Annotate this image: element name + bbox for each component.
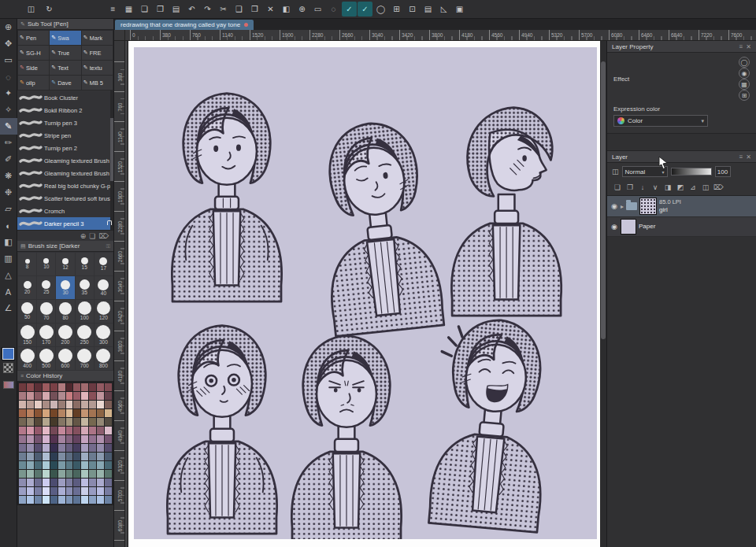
brush-list-item[interactable]: Scatter textured soft brush [17, 192, 113, 205]
color-swatch[interactable] [43, 409, 50, 417]
brush-size-option[interactable]: 120 [94, 300, 113, 323]
color-swatch[interactable] [50, 409, 57, 417]
brush-list-item[interactable]: Bokil Ribbon 2 [17, 104, 113, 116]
color-swatch[interactable] [50, 392, 57, 400]
color-swatch[interactable] [27, 401, 34, 408]
brush-size-option[interactable]: 800 [94, 347, 113, 370]
color-swatch[interactable] [81, 479, 88, 486]
color-swatch[interactable] [105, 461, 112, 469]
color-swatch[interactable] [58, 427, 65, 434]
new-file-icon[interactable]: ❏ [137, 2, 152, 17]
color-swatch[interactable] [27, 444, 34, 452]
color-swatch[interactable] [35, 444, 42, 452]
color-swatch[interactable] [43, 383, 50, 391]
brush-size-option[interactable]: 400 [18, 347, 36, 370]
color-swatch[interactable] [97, 392, 104, 400]
color-swatch[interactable] [58, 435, 65, 443]
color-swatch[interactable] [35, 427, 42, 434]
color-swatch[interactable] [66, 496, 73, 504]
brush-size-option[interactable]: 80 [56, 300, 74, 323]
color-swatch[interactable] [27, 435, 34, 443]
color-history-header[interactable]: ≡ Color History [17, 371, 113, 382]
duplicate-subtool-icon[interactable]: ❏ [89, 232, 95, 240]
brush-size-option[interactable]: 50 [18, 300, 36, 323]
color-swatch[interactable] [89, 427, 96, 434]
color-swatch[interactable] [81, 392, 88, 400]
layer-row-girl[interactable]: ◉ ▸ 85.0 LPI girl [607, 196, 756, 217]
primary-color-chip[interactable] [2, 348, 14, 360]
layer-mask-icon[interactable]: ◨ [662, 182, 673, 192]
color-swatch[interactable] [27, 496, 34, 504]
color-swatch[interactable] [81, 418, 88, 426]
color-swatch[interactable] [19, 383, 26, 391]
select-area-icon[interactable]: ▭ [310, 2, 325, 17]
delete-icon[interactable]: ✕ [263, 2, 278, 17]
subtool-group-button[interactable]: ✎ Dave [50, 76, 80, 90]
blend-tool[interactable]: ◐ [0, 217, 17, 234]
color-swatch[interactable] [81, 427, 88, 434]
brush-list-item[interactable]: Gleaming textured Brush 2 [17, 167, 113, 179]
subtool-panel-header[interactable]: ✎ Sub Tool [Pen] [17, 19, 113, 30]
color-swatch[interactable] [43, 392, 50, 400]
color-swatch[interactable] [43, 418, 50, 426]
select-tool[interactable]: ▭ [0, 52, 17, 68]
color-swatch[interactable] [43, 487, 50, 495]
figure-tool[interactable]: △ [0, 267, 17, 283]
brush-list-item[interactable]: Darker pencil 3 [17, 217, 113, 230]
brush-list-item[interactable]: Turnip pen 3 [17, 116, 113, 129]
color-swatch[interactable] [50, 496, 57, 504]
color-swatch[interactable] [58, 418, 65, 426]
color-swatch[interactable] [89, 487, 96, 495]
brush-size-option[interactable]: 500 [37, 347, 55, 370]
undo-icon[interactable]: ↶ [184, 2, 199, 17]
layer-property-header[interactable]: Layer Property ≡ ✕ [607, 41, 756, 53]
color-swatch[interactable] [81, 435, 88, 443]
brush-size-option[interactable]: 30 [56, 276, 74, 299]
zoom-in-icon[interactable]: ⊕ [295, 2, 309, 17]
pen-tool[interactable]: ✎ [0, 118, 17, 135]
subtool-group-button[interactable]: ✎ Mark [82, 31, 113, 45]
color-swatch[interactable] [19, 496, 26, 504]
color-swatch[interactable] [73, 418, 80, 426]
collapse-panels-icon[interactable]: ◫ [24, 2, 39, 17]
color-swatch[interactable] [89, 461, 96, 469]
color-swatch[interactable] [19, 444, 26, 452]
color-swatch[interactable] [66, 383, 73, 391]
airbrush-tool[interactable]: ❋ [0, 168, 17, 184]
brush-size-option[interactable]: 170 [37, 323, 55, 346]
color-swatch[interactable] [35, 409, 42, 417]
panel-menu-icon[interactable]: ≡ [739, 43, 743, 50]
color-swatch[interactable] [50, 479, 57, 486]
color-swatch[interactable] [50, 418, 57, 426]
color-swatch[interactable] [58, 453, 65, 460]
color-swatch[interactable] [66, 461, 73, 469]
color-swatch[interactable] [81, 470, 88, 478]
copy-icon[interactable]: ❑ [232, 2, 246, 17]
subtool-group-button[interactable]: ✎ MB 5 [82, 76, 113, 90]
color-swatch[interactable] [97, 479, 104, 486]
color-swatch[interactable] [19, 427, 26, 434]
color-swatch[interactable] [81, 444, 88, 452]
color-swatch[interactable] [97, 427, 104, 434]
color-swatch[interactable] [105, 383, 112, 391]
color-swatch[interactable] [35, 470, 42, 478]
color-swatch[interactable] [97, 487, 104, 495]
visibility-eye-icon[interactable]: ◉ [610, 202, 618, 210]
grid-icon[interactable]: ⊞ [389, 2, 404, 17]
color-swatch[interactable] [97, 435, 104, 443]
color-swatch[interactable] [19, 401, 26, 408]
perspective-icon[interactable]: ◺ [436, 2, 451, 17]
brush-list-item[interactable]: Book Cluster [17, 91, 113, 104]
subtool-group-button[interactable]: ✎ oilp [18, 76, 49, 90]
material-icon[interactable]: ⊡ [405, 2, 420, 17]
color-swatch[interactable] [97, 470, 104, 478]
color-swatch[interactable] [66, 392, 73, 400]
color-swatch[interactable] [105, 409, 112, 417]
color-swatch[interactable] [35, 496, 42, 504]
brush-list-scrollbar[interactable] [110, 91, 113, 230]
color-swatch[interactable] [19, 470, 26, 478]
color-swatch[interactable] [81, 461, 88, 469]
canvas-scrollbar[interactable] [600, 41, 606, 547]
color-swatch[interactable] [97, 444, 104, 452]
brush-size-option[interactable]: 100 [76, 300, 94, 323]
